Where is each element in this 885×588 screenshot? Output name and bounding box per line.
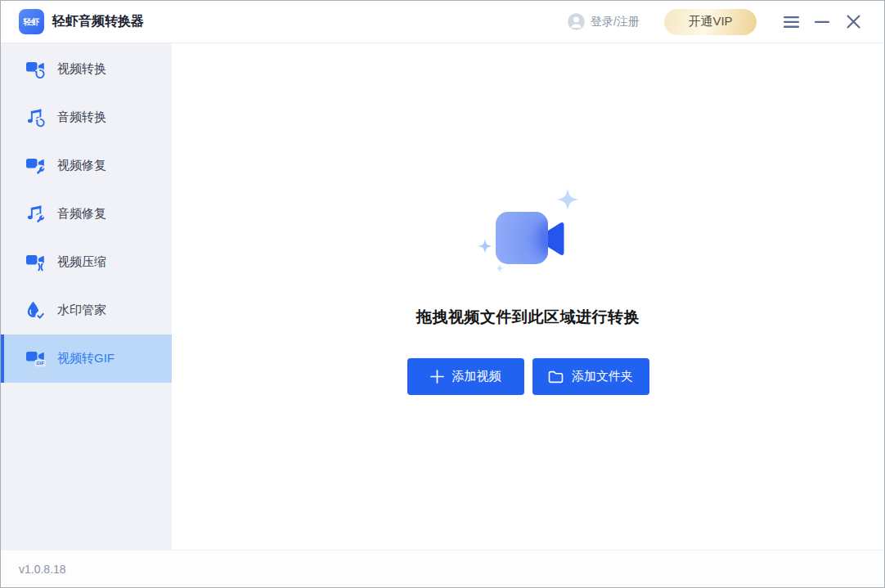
close-button[interactable]	[842, 11, 865, 34]
folder-icon	[548, 370, 564, 384]
add-folder-button[interactable]: 添加文件夹	[532, 358, 649, 395]
drop-zone[interactable]: 拖拽视频文件到此区域进行转换 添加视频 添加文件夹	[172, 43, 884, 550]
vip-button[interactable]: 开通VIP	[664, 9, 757, 35]
audio-repair-icon	[25, 204, 47, 225]
video-to-gif-icon: GIF	[25, 348, 47, 370]
version-label: v1.0.8.18	[19, 563, 66, 576]
sidebar-item-label: 音频修复	[57, 206, 106, 222]
sidebar-item-label: 视频转GIF	[57, 351, 115, 366]
add-video-label: 添加视频	[452, 369, 501, 384]
sidebar-item-video-convert[interactable]: 视频转换	[1, 45, 172, 93]
sparkle-icon	[495, 264, 504, 273]
menu-button[interactable]	[779, 11, 802, 34]
logo-text: 轻虾	[24, 16, 40, 28]
sidebar-item-watermark-manager[interactable]: 水印管家	[1, 286, 172, 334]
plus-icon	[430, 370, 444, 384]
sidebar-item-audio-convert[interactable]: 音频转换	[1, 93, 172, 141]
drop-hint-text: 拖拽视频文件到此区域进行转换	[416, 307, 640, 328]
topbar: 轻虾 轻虾音频转换器 登录/注册 开通VIP	[1, 1, 884, 43]
sidebar-item-audio-repair[interactable]: 音频修复	[1, 190, 172, 238]
video-camera-illustration	[467, 187, 590, 279]
app-logo-icon: 轻虾	[19, 9, 44, 34]
sidebar-item-label: 视频转换	[57, 61, 106, 77]
app-title: 轻虾音频转换器	[52, 13, 144, 30]
sparkle-icon	[556, 188, 579, 211]
sidebar-item-label: 音频转换	[57, 110, 106, 125]
add-folder-label: 添加文件夹	[572, 369, 633, 384]
hamburger-menu-icon	[784, 16, 799, 28]
minimize-button[interactable]	[811, 11, 833, 34]
audio-convert-icon	[25, 107, 47, 128]
sidebar-item-video-to-gif[interactable]: GIF 视频转GIF	[1, 334, 172, 383]
video-compress-icon	[25, 252, 47, 273]
login-register-link[interactable]: 登录/注册	[568, 13, 640, 30]
sidebar-item-video-compress[interactable]: 视频压缩	[1, 238, 172, 286]
minimize-icon	[815, 20, 829, 24]
add-video-button[interactable]: 添加视频	[407, 358, 524, 395]
sidebar-item-video-repair[interactable]: 视频修复	[1, 141, 172, 190]
video-repair-icon	[25, 155, 47, 177]
topbar-right: 登录/注册 开通VIP	[568, 9, 865, 35]
app-window: 轻虾 轻虾音频转换器 登录/注册 开通VIP	[0, 0, 885, 588]
sidebar-item-label: 视频压缩	[57, 254, 106, 270]
watermark-manager-icon	[25, 300, 47, 321]
sidebar: 视频转换 音频转换	[1, 43, 172, 550]
login-label: 登录/注册	[591, 15, 640, 29]
gif-badge: GIF	[36, 361, 44, 366]
sidebar-item-label: 水印管家	[57, 303, 106, 318]
video-convert-icon	[25, 59, 47, 80]
sidebar-item-label: 视频修复	[57, 158, 106, 173]
sparkle-icon	[478, 239, 492, 254]
main-content: 拖拽视频文件到此区域进行转换 添加视频 添加文件夹	[172, 43, 884, 550]
close-icon	[847, 15, 860, 29]
brand: 轻虾 轻虾音频转换器	[19, 9, 144, 34]
footer: v1.0.8.18	[1, 550, 884, 587]
window-controls	[779, 11, 865, 34]
avatar-icon	[568, 13, 585, 30]
action-buttons: 添加视频 添加文件夹	[407, 358, 649, 395]
